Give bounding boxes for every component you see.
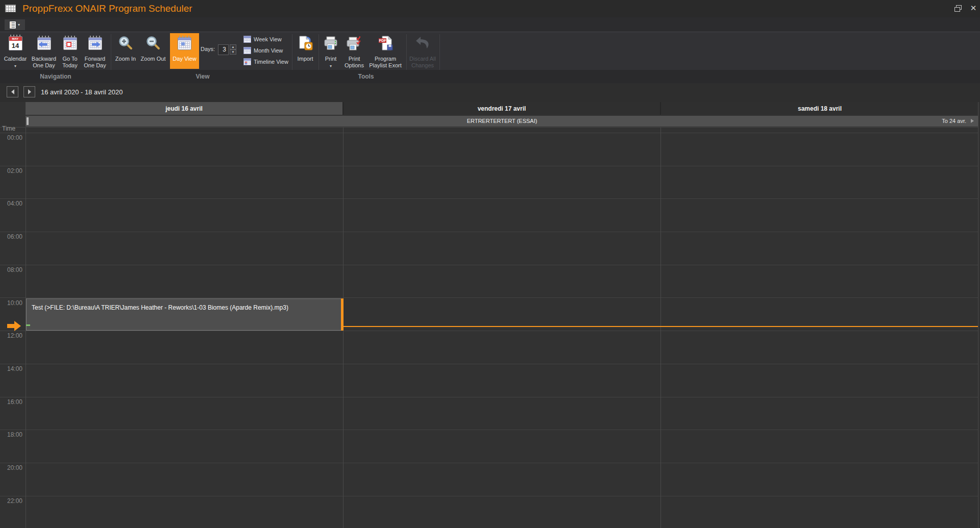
calendar-date-icon: MAY 14	[2, 34, 29, 53]
pdf-export-icon: PDF	[366, 34, 404, 53]
discard-all-changes-button: Discard AllChanges	[407, 33, 438, 69]
go-to-today-button[interactable]: Go ToToday	[59, 33, 81, 69]
calendar-today-icon	[59, 34, 81, 53]
zoom-in-icon	[113, 34, 138, 53]
window-title: ProppFrexx ONAIR Program Scheduler	[22, 3, 192, 14]
import-icon	[293, 34, 317, 53]
calendar-button[interactable]: MAY 14 Calendar ▾	[2, 33, 29, 69]
backward-one-day-button[interactable]: BackwardOne Day	[30, 33, 58, 69]
all-day-separator	[0, 127, 978, 128]
zoom-out-button[interactable]: Zoom Out	[139, 33, 167, 69]
zoom-out-icon	[139, 34, 167, 53]
svg-text:PDF: PDF	[379, 39, 387, 42]
calendar-day-view-icon	[170, 34, 199, 53]
previous-range-button[interactable]	[7, 86, 18, 97]
main-menu-button[interactable]: ▾	[5, 19, 25, 30]
day-header-samedi[interactable]: samedi 18 avril	[661, 102, 978, 115]
all-day-event-title: ERTRERTERTERT (ESSAI)	[26, 116, 978, 127]
restore-window-icon[interactable]	[954, 5, 962, 12]
scheduled-event[interactable]: Test (>FILE: D:\Bureau\A TRIER\James Hea…	[26, 298, 341, 331]
menu-strip: ▾	[0, 17, 980, 32]
date-navigation-bar: 16 avril 2020 - 18 avril 2020	[0, 83, 980, 102]
column-border-2	[660, 128, 661, 528]
calendar-back-icon	[30, 34, 58, 53]
days-label: Days:	[201, 46, 215, 52]
days-spinner-down[interactable]: ▼	[230, 49, 236, 55]
current-time-tick	[26, 324, 30, 326]
chevron-down-icon: ▾	[14, 64, 16, 68]
calendar-week-icon	[243, 36, 251, 43]
arrow-right-icon	[28, 89, 31, 94]
days-spinner-up[interactable]: ▲	[230, 44, 236, 49]
zoom-in-button[interactable]: Zoom In	[113, 33, 138, 69]
app-icon	[5, 5, 16, 12]
all-day-event-continuation: To 24 avr.	[942, 116, 966, 127]
forward-one-day-button[interactable]: ForwardOne Day	[82, 33, 108, 69]
print-options-button[interactable]: PrintOptions	[342, 33, 366, 69]
group-label-navigation: Navigation	[17, 73, 94, 80]
current-time-arrow-icon	[7, 320, 21, 332]
title-bar: ProppFrexx ONAIR Program Scheduler ✕	[0, 0, 980, 17]
day-header-jeudi[interactable]: jeudi 16 avril	[26, 102, 342, 115]
program-playlist-export-button[interactable]: PDF ProgramPlaylist Exort	[366, 33, 404, 69]
ribbon-group-labels: Navigation View Tools	[0, 70, 980, 84]
date-range-label: 16 avril 2020 - 18 avril 2020	[41, 88, 122, 96]
next-range-button[interactable]	[23, 86, 35, 97]
calendar-forward-icon	[82, 34, 108, 53]
list-menu-icon	[10, 21, 16, 29]
chevron-down-icon: ▾	[18, 23, 20, 27]
printer-options-icon	[342, 34, 366, 53]
day-header-vendredi[interactable]: vendredi 17 avril	[344, 102, 660, 115]
week-view-button[interactable]: Week View	[243, 34, 295, 44]
calendar-month-icon	[243, 47, 251, 54]
current-time-line	[344, 326, 978, 327]
time-column-header: Time	[2, 125, 15, 132]
days-spinner-value[interactable]: 3	[218, 44, 229, 55]
app-window: ProppFrexx ONAIR Program Scheduler ✕ ▾ M…	[0, 0, 980, 528]
all-day-event[interactable]: ERTRERTERTERT (ESSAI) To 24 avr.	[26, 116, 978, 127]
close-window-icon[interactable]: ✕	[968, 3, 978, 14]
continues-right-arrow-icon	[971, 119, 974, 123]
group-label-view: View	[164, 73, 241, 80]
ribbon: MAY 14 Calendar ▾ BackwardOne Day Go ToT…	[0, 32, 980, 83]
import-button[interactable]: Import	[293, 33, 317, 69]
day-header-row: jeudi 16 avril vendredi 17 avril samedi …	[26, 102, 978, 115]
grid-right-border	[978, 102, 978, 528]
print-button[interactable]: Print ▾	[321, 33, 341, 69]
timeline-view-button[interactable]: Timeline View	[243, 57, 295, 66]
timeline-view-icon	[243, 58, 251, 65]
undo-icon	[407, 34, 438, 53]
month-view-button[interactable]: Month View	[243, 45, 295, 55]
arrow-left-icon	[11, 89, 14, 94]
chevron-down-icon: ▾	[330, 64, 332, 68]
day-view-button[interactable]: Day View	[170, 33, 199, 69]
group-label-tools: Tools	[328, 73, 404, 80]
printer-icon	[321, 34, 341, 53]
